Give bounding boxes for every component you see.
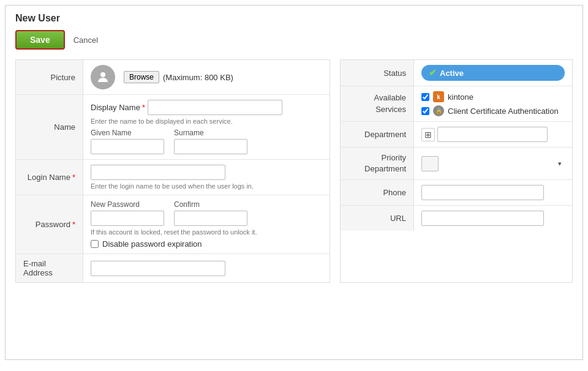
email-input[interactable]: [91, 261, 225, 276]
services-content: k kintone 🔒 Client Certificate Authentic…: [414, 86, 572, 121]
picture-row: Picture Browse (Maximum: 800 KB): [16, 60, 330, 95]
services-label: AvailableServices: [341, 86, 414, 121]
url-row: URL: [341, 206, 572, 231]
password-label: Password*: [16, 195, 83, 253]
confirm-password-input[interactable]: [174, 211, 247, 226]
email-label: E-mail Address: [16, 254, 83, 282]
disable-expiry-row: Disable password expiration: [91, 239, 322, 249]
services-row: AvailableServices k kintone 🔒 Client Cer…: [341, 86, 572, 122]
priority-dept-label: PriorityDepartment: [341, 148, 414, 179]
password-content: New Password Confirm If this account is …: [83, 195, 330, 253]
display-name-group: Display Name* Enter the name to be displ…: [91, 100, 322, 125]
login-name-input[interactable]: [91, 165, 225, 180]
main-content: Picture Browse (Maximum: 800 KB): [15, 59, 573, 283]
services-label-text: AvailableServices: [374, 92, 406, 114]
page-container: New User Save Cancel Picture: [5, 5, 583, 360]
name-label: Name: [16, 95, 83, 159]
priority-dept-label-text: PriorityDepartment: [364, 152, 406, 174]
kintone-checkbox[interactable]: [421, 93, 429, 101]
phone-label: Phone: [341, 180, 414, 205]
picture-label: Picture: [16, 60, 83, 94]
login-name-content: Enter the login name to be used when the…: [83, 160, 330, 195]
phone-row: Phone: [341, 180, 572, 206]
email-content: [83, 254, 330, 282]
password-required-star: *: [72, 220, 75, 229]
services-list: k kintone 🔒 Client Certificate Authentic…: [421, 91, 565, 116]
surname-input[interactable]: [174, 139, 247, 154]
lock-hint: If this account is locked, reset the pas…: [91, 228, 322, 236]
svg-point-0: [100, 72, 105, 77]
right-panel: Status ✔ Active AvailableServices: [340, 59, 573, 283]
new-password-group: New Password: [91, 200, 164, 226]
dept-input-wrap: ⊞: [421, 127, 565, 142]
department-content: ⊞: [414, 122, 572, 147]
status-content: ✔ Active: [414, 60, 572, 86]
toolbar: Save Cancel: [15, 30, 573, 50]
given-name-group: Given Name: [91, 129, 164, 154]
url-label: URL: [341, 206, 414, 231]
given-name-label: Given Name: [91, 129, 164, 137]
department-label: Department: [341, 122, 414, 147]
surname-group: Surname: [174, 129, 247, 154]
department-input[interactable]: [437, 127, 548, 142]
confirm-password-group: Confirm: [174, 200, 247, 226]
password-inner: New Password Confirm: [91, 200, 322, 226]
status-row: Status ✔ Active: [341, 60, 572, 86]
cert-service-item: 🔒 Client Certificate Authentication: [421, 105, 565, 116]
kintone-icon: k: [433, 91, 444, 102]
status-check-icon: ✔: [429, 67, 437, 78]
surname-label: Surname: [174, 129, 247, 137]
priority-select-wrap: [421, 156, 565, 171]
display-name-input[interactable]: [148, 100, 282, 115]
new-password-input[interactable]: [91, 211, 164, 226]
password-row: Password* New Password Confirm If this a: [16, 195, 330, 254]
save-button[interactable]: Save: [15, 30, 65, 50]
required-star: *: [142, 103, 145, 112]
phone-input[interactable]: [421, 185, 544, 200]
display-name-hint: Enter the name to be displayed in each s…: [91, 118, 322, 125]
cert-label: Client Certificate Authentication: [448, 107, 559, 116]
disable-expiry-checkbox[interactable]: [91, 240, 99, 248]
display-name-label: Display Name*: [91, 103, 148, 112]
kintone-label: kintone: [448, 92, 473, 102]
login-required-star: *: [72, 173, 75, 182]
given-surname-row: Given Name Surname: [91, 129, 322, 154]
confirm-password-label: Confirm: [174, 200, 247, 209]
max-size-text: (Maximum: 800 KB): [163, 73, 233, 82]
kintone-service-item: k kintone: [421, 91, 565, 102]
login-name-hint: Enter the login name to be used when the…: [91, 182, 322, 190]
new-password-label: New Password: [91, 200, 164, 209]
left-panel: Picture Browse (Maximum: 800 KB): [15, 59, 330, 283]
picture-content: Browse (Maximum: 800 KB): [83, 60, 330, 94]
disable-expiry-label: Disable password expiration: [102, 239, 202, 249]
status-label: Status: [341, 60, 414, 86]
priority-department-select[interactable]: [421, 156, 439, 171]
phone-content: [414, 180, 572, 205]
priority-dept-content: [414, 148, 572, 179]
url-input[interactable]: [421, 211, 544, 226]
given-name-input[interactable]: [91, 139, 164, 154]
page-title: New User: [15, 13, 573, 24]
login-name-label: Login Name*: [16, 160, 83, 195]
login-name-row: Login Name* Enter the login name to be u…: [16, 160, 330, 195]
status-active-label: Active: [440, 69, 464, 78]
email-row: E-mail Address: [16, 254, 330, 282]
avatar: [91, 65, 115, 89]
cert-icon: 🔒: [433, 105, 444, 116]
url-content: [414, 206, 572, 231]
dept-tree-icon[interactable]: ⊞: [421, 128, 435, 141]
status-badge[interactable]: ✔ Active: [421, 65, 565, 81]
cancel-button[interactable]: Cancel: [74, 36, 98, 45]
cert-checkbox[interactable]: [421, 107, 429, 115]
picture-inner: Browse (Maximum: 800 KB): [91, 65, 322, 89]
priority-dept-row: PriorityDepartment: [341, 148, 572, 180]
department-row: Department ⊞: [341, 122, 572, 148]
name-row: Name Display Name* Enter the name to be …: [16, 95, 330, 160]
name-content: Display Name* Enter the name to be displ…: [83, 95, 330, 159]
browse-button[interactable]: Browse: [124, 71, 159, 83]
